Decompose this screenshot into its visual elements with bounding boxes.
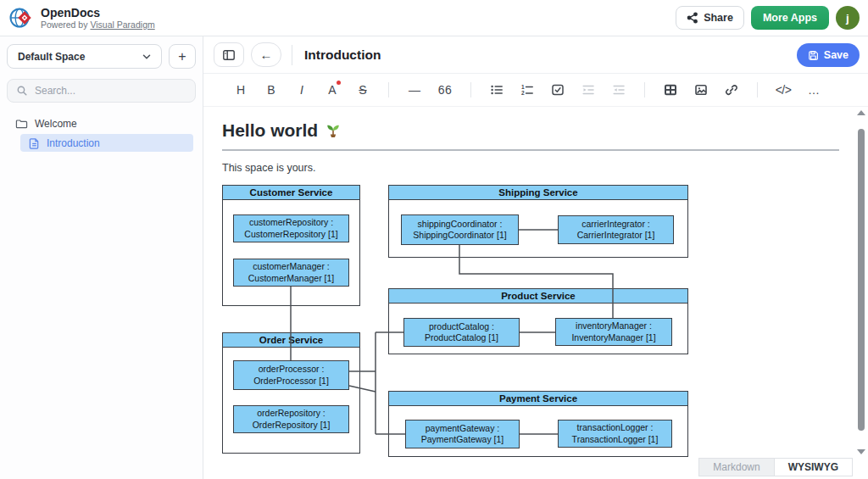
component-carrierIntegrator: carrierIntegrator :CarrierIntegrator [1] xyxy=(558,215,674,244)
tree-item-introduction[interactable]: Introduction xyxy=(20,134,193,152)
component-shippingCoordinator: shippingCoordinator :ShippingCoordinator… xyxy=(401,214,519,245)
service-customer: Customer Service xyxy=(222,185,360,306)
visual-paradigm-link[interactable]: Visual Paradigm xyxy=(90,19,154,30)
save-button[interactable]: Save xyxy=(797,43,860,67)
search-icon xyxy=(16,85,28,97)
component-transactionLogger: transactionLogger :TransactionLogger [1] xyxy=(558,420,672,448)
format-toolbar: H B I A S — 66 12 xyxy=(203,74,868,107)
heading-rule xyxy=(222,149,839,151)
task-list-icon xyxy=(551,83,565,97)
tree-item-welcome[interactable]: Welcome xyxy=(7,114,196,132)
editor-scrollbar[interactable] xyxy=(855,109,866,456)
numbered-list-button[interactable]: 12 xyxy=(515,79,540,102)
editor-area[interactable]: Hello world This space is yours. xyxy=(203,107,868,458)
bullet-list-button[interactable] xyxy=(484,79,509,102)
wysiwyg-mode-button[interactable]: WYSIWYG xyxy=(774,458,853,476)
component-productCatalog: productCatalog :ProductCatalog [1] xyxy=(403,318,520,347)
table-icon xyxy=(664,83,677,97)
more-apps-button[interactable]: More Apps xyxy=(751,6,829,30)
heading-button[interactable]: H xyxy=(228,79,253,102)
document-icon xyxy=(29,137,40,149)
link-button[interactable] xyxy=(719,79,744,102)
task-list-button[interactable] xyxy=(545,79,570,102)
component-customerManager: customerManager :CustomerManager [1] xyxy=(233,259,349,287)
powered-by: Powered byVisual Paradigm xyxy=(41,19,155,30)
svg-text:2: 2 xyxy=(521,90,525,96)
back-button[interactable]: ← xyxy=(251,42,281,67)
space-selector-value: Default Space xyxy=(18,51,85,63)
toolbar-divider xyxy=(388,82,389,97)
service-header: Shipping Service xyxy=(389,186,687,200)
font-color-button[interactable]: A xyxy=(320,79,345,102)
document-heading-text: Hello world xyxy=(222,120,318,141)
service-header: Product Service xyxy=(389,289,687,304)
avatar[interactable]: j xyxy=(836,6,860,30)
service-header: Customer Service xyxy=(223,186,359,200)
visual-paradigm-logo-icon xyxy=(8,5,34,31)
scrollbar-thumb[interactable] xyxy=(858,129,865,431)
toolbar-divider xyxy=(644,82,645,97)
component-orderProcessor: orderProcessor :OrderProcessor [1] xyxy=(233,360,349,390)
body-text: This space is yours. xyxy=(222,162,839,174)
image-icon xyxy=(694,83,708,97)
markdown-mode-button[interactable]: Markdown xyxy=(698,458,773,476)
indent-icon xyxy=(581,83,595,97)
opendocs-app: OpenDocs Powered byVisual Paradigm Share… xyxy=(0,0,868,479)
strikethrough-button[interactable]: S xyxy=(350,79,376,102)
red-dot xyxy=(337,81,341,85)
brand: OpenDocs Powered byVisual Paradigm xyxy=(8,5,155,31)
link-icon xyxy=(725,83,738,97)
outdent-button[interactable] xyxy=(606,79,632,102)
component-customerRepository: customerRepository :CustomerRepository [… xyxy=(233,214,349,242)
horizontal-rule-button[interactable]: — xyxy=(402,79,427,102)
save-label: Save xyxy=(824,49,849,61)
space-row: Default Space + xyxy=(7,44,196,69)
service-header: Payment Service xyxy=(389,392,687,406)
title-row: ← Introduction Save xyxy=(203,36,868,74)
toggle-sidebar-button[interactable] xyxy=(214,42,244,67)
document-content: Hello world This space is yours. xyxy=(203,107,868,460)
mode-toggle: Markdown WYSIWYG xyxy=(698,458,853,476)
toolbar-divider xyxy=(470,82,471,97)
scroll-down-arrow[interactable] xyxy=(857,449,865,454)
sidebar: Default Space + Welcome xyxy=(0,36,203,479)
document-heading: Hello world xyxy=(222,120,839,141)
numbered-list-icon: 12 xyxy=(520,83,534,97)
seedling-emoji-icon xyxy=(325,122,342,139)
page-tree: Welcome Introduction xyxy=(7,114,196,152)
blockquote-button[interactable]: 66 xyxy=(432,79,458,102)
component-inventoryManager: inventoryManager :InventoryManager [1] xyxy=(555,318,672,346)
search-input[interactable] xyxy=(35,85,186,97)
panel-icon xyxy=(222,48,236,62)
bullet-list-icon xyxy=(490,83,504,97)
tree-item-label: Welcome xyxy=(35,118,77,130)
powered-prefix: Powered by xyxy=(41,19,87,30)
app-name: OpenDocs xyxy=(41,6,155,19)
indent-button[interactable] xyxy=(576,79,601,102)
tree-item-label: Introduction xyxy=(47,137,100,149)
italic-button[interactable]: I xyxy=(289,79,314,102)
top-header: OpenDocs Powered byVisual Paradigm Share… xyxy=(0,0,868,36)
table-button[interactable] xyxy=(658,79,683,102)
save-icon xyxy=(808,50,819,61)
code-button[interactable]: </> xyxy=(771,79,796,102)
service-header: Order Service xyxy=(223,333,359,348)
component-diagram[interactable]: Customer Service Shipping Service Produc… xyxy=(222,183,690,460)
bold-button[interactable]: B xyxy=(259,79,284,102)
search-box[interactable] xyxy=(7,79,196,103)
divider xyxy=(292,45,292,65)
add-space-button[interactable]: + xyxy=(169,44,196,69)
body-row: Default Space + Welcome xyxy=(0,36,868,479)
folder-icon xyxy=(15,118,28,130)
page-title: Introduction xyxy=(304,47,381,63)
image-button[interactable] xyxy=(688,79,714,102)
space-selector[interactable]: Default Space xyxy=(7,44,162,69)
share-button[interactable]: Share xyxy=(676,6,744,30)
toolbar-divider xyxy=(757,82,758,97)
editor-footer: Markdown WYSIWYG xyxy=(203,458,868,479)
service-order: Order Service xyxy=(222,332,360,454)
topbar-actions: Share More Apps j xyxy=(676,6,860,30)
back-arrow-icon: ← xyxy=(260,47,273,62)
more-button[interactable]: … xyxy=(801,79,826,102)
scroll-up-arrow[interactable] xyxy=(857,110,865,115)
